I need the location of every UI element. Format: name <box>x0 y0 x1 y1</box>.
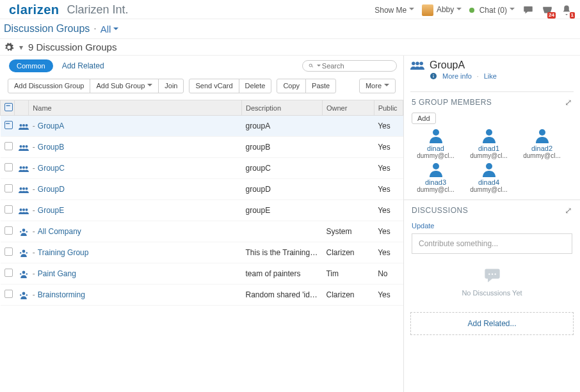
group-name-link[interactable]: Training Group <box>38 248 89 257</box>
send-vcard-button[interactable]: Send vCard <box>189 79 239 93</box>
svg-point-6 <box>19 166 22 169</box>
member-card[interactable]: dinad4dummy@cl... <box>465 162 513 193</box>
svg-point-34 <box>486 129 492 136</box>
member-card[interactable]: dinad3dummy@cl... <box>412 162 460 193</box>
group-name-link[interactable]: All Company <box>38 227 81 236</box>
copy-button[interactable]: Copy <box>277 79 306 93</box>
like-link[interactable]: Like <box>484 72 497 80</box>
info-icon <box>430 72 437 80</box>
table-row[interactable]: -GroupAgroupAYes <box>1 116 403 137</box>
member-name[interactable]: dinad4 <box>465 178 513 186</box>
add-member-button[interactable]: Add <box>412 113 436 124</box>
paste-button[interactable]: Paste <box>305 79 336 93</box>
filter-all-dropdown[interactable]: All <box>101 24 119 35</box>
member-card[interactable]: dinaddummy@cl... <box>412 128 460 159</box>
add-related-button[interactable]: Add Related... <box>410 312 574 335</box>
bell-badge: 1 <box>570 12 575 19</box>
row-checkbox[interactable] <box>4 226 13 235</box>
topbar: clarizen Clarizen Int. Show Me Abby Chat… <box>0 0 580 19</box>
header-public[interactable]: Public <box>374 100 403 116</box>
table-row[interactable]: -GroupEgroupEYes <box>1 200 403 221</box>
row-checkbox[interactable] <box>4 163 13 171</box>
speech-icon[interactable] <box>522 4 534 16</box>
table-row[interactable]: -GroupDgroupDYes <box>1 179 403 200</box>
bell-icon[interactable]: 1 <box>561 4 572 16</box>
left-pane: Common Add Related Add Discussion Group … <box>0 56 404 392</box>
group-type-icon <box>15 263 29 285</box>
group-name-link[interactable]: GroupE <box>38 206 64 215</box>
svg-point-23 <box>26 273 27 274</box>
discussions-section-title: DISCUSSIONS <box>412 206 468 215</box>
expand-discussions-icon[interactable]: ⤢ <box>565 205 573 216</box>
table-row[interactable]: -GroupBgroupBYes <box>1 137 403 158</box>
search-icon <box>308 62 314 70</box>
tree-dash: - <box>33 269 35 278</box>
add-discussion-group-button[interactable]: Add Discussion Group <box>8 79 90 93</box>
group-name-link[interactable]: GroupD <box>38 185 65 194</box>
group-name-link[interactable]: Paint Gang <box>38 269 76 278</box>
more-info-link[interactable]: More info <box>442 72 472 80</box>
more-button[interactable]: More <box>359 79 396 93</box>
svg-point-17 <box>26 231 27 232</box>
member-card[interactable]: dinad2dummy@cl... <box>518 128 566 159</box>
table-row[interactable]: -BrainstormingRandom shared 'ideas ...Cl… <box>1 285 403 306</box>
user-menu[interactable]: Abby <box>422 4 462 16</box>
row-checkbox[interactable] <box>4 269 13 277</box>
header-owner[interactable]: Owner <box>322 100 374 116</box>
row-checkbox[interactable] <box>4 184 13 192</box>
update-link[interactable]: Update <box>412 222 434 230</box>
table-row[interactable]: -Paint Gangteam of paintersTimNo <box>1 263 403 285</box>
table-row[interactable]: -GroupCgroupCYes <box>1 158 403 179</box>
search-box[interactable] <box>302 60 397 72</box>
breadcrumb: Discussion Groups · All <box>0 19 580 38</box>
header-checkbox[interactable] <box>1 100 15 116</box>
member-name[interactable]: dinad <box>412 145 460 152</box>
expand-members-icon[interactable]: ⤢ <box>565 97 573 107</box>
table-row[interactable]: -Training GroupThis is the Training Grou… <box>1 242 403 263</box>
user-name: Abby <box>437 5 462 14</box>
member-card[interactable]: dinad1dummy@cl... <box>465 128 513 159</box>
row-checkbox[interactable] <box>4 290 13 298</box>
chat-menu[interactable]: Chat (0) <box>469 6 515 15</box>
row-checkbox[interactable] <box>4 121 13 129</box>
group-name-link[interactable]: GroupC <box>38 164 65 173</box>
group-type-icon <box>15 179 29 200</box>
delete-button[interactable]: Delete <box>239 79 272 93</box>
member-name[interactable]: dinad2 <box>518 145 566 152</box>
tab-common[interactable]: Common <box>9 59 53 72</box>
row-description: This is the Training Group <box>241 242 322 263</box>
gear-icon[interactable] <box>4 42 14 52</box>
svg-rect-31 <box>433 75 434 78</box>
row-description: groupD <box>241 179 322 200</box>
row-checkbox[interactable] <box>4 205 13 214</box>
contribute-input[interactable]: Contribute something... <box>412 233 572 254</box>
row-checkbox[interactable] <box>4 142 13 150</box>
member-name[interactable]: dinad1 <box>465 145 513 152</box>
header-description[interactable]: Description <box>241 100 322 116</box>
search-input[interactable] <box>321 61 391 70</box>
group-name-link[interactable]: Brainstorming <box>38 290 85 299</box>
row-checkbox[interactable] <box>4 247 13 256</box>
inbox-icon[interactable]: 24 <box>542 4 553 16</box>
member-name[interactable]: dinad3 <box>412 178 460 186</box>
join-button[interactable]: Join <box>158 79 184 93</box>
tab-add-related[interactable]: Add Related <box>62 61 104 70</box>
group-icon <box>410 60 424 70</box>
avatar <box>422 4 433 16</box>
row-owner: Clarizen <box>322 242 374 263</box>
add-sub-group-button[interactable]: Add Sub Group <box>90 79 159 93</box>
group-name-link[interactable]: GroupA <box>38 122 64 130</box>
app-logo[interactable]: clarizen <box>3 3 65 17</box>
table-row[interactable]: -All CompanySystemYes <box>1 221 403 242</box>
svg-point-33 <box>433 129 439 136</box>
svg-point-14 <box>25 208 28 211</box>
tree-dash: - <box>33 143 35 152</box>
row-public: Yes <box>374 221 403 242</box>
group-name-link[interactable]: GroupB <box>38 143 64 152</box>
members-section-title: 5 GROUP MEMBERS <box>412 98 492 107</box>
inbox-badge: 24 <box>547 12 556 19</box>
show-me-menu[interactable]: Show Me <box>375 6 414 15</box>
header-name[interactable]: Name <box>29 100 242 116</box>
row-owner <box>322 179 374 200</box>
svg-point-27 <box>412 62 415 66</box>
